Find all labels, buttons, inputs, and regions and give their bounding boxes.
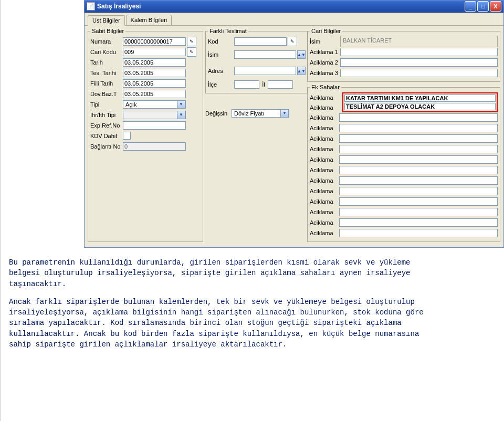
ek-aciklama-input-13[interactable]	[339, 218, 498, 227]
ek-aciklama-input-9[interactable]	[339, 176, 498, 185]
kod-lookup-icon[interactable]: ✎	[288, 37, 297, 46]
ek-aciklama-label-13: Aciklama	[310, 219, 339, 226]
baglanti-label: Bağlantı No	[90, 143, 123, 150]
body-text: Bu parametrenin kullanıldığı durumlarda,…	[3, 248, 450, 350]
ek-aciklama-label-14: Aciklama	[310, 230, 339, 236]
window-title: Satış İrsaliyesi	[97, 3, 141, 10]
tarih-input[interactable]	[123, 58, 186, 67]
ek-aciklama-input-12[interactable]	[339, 208, 498, 216]
ek-aciklama-input-11[interactable]	[339, 197, 498, 206]
degissin-label: Değişsin	[205, 110, 232, 117]
paragraph-2: Ancak farklı siparişlerde bulunan kaleml…	[9, 297, 429, 350]
dov-baz-input[interactable]	[123, 90, 186, 98]
chevron-down-icon: ▼	[177, 111, 185, 119]
tab-ust-bilgiler[interactable]: Üst Bilgiler	[88, 15, 125, 26]
tes-tarihi-label: Tes. Tarihi	[90, 70, 123, 76]
ek-aciklama-input-4[interactable]	[339, 124, 498, 132]
ek-aciklama-input-2[interactable]	[344, 103, 496, 110]
tabstrip: Üst Bilgiler Kalem Bilgileri	[85, 13, 503, 26]
tipi-label: Tipi	[90, 101, 123, 108]
ek-aciklama-label-7: Aciklama	[310, 156, 339, 163]
ek-aciklama-label-4: Aciklama	[310, 125, 339, 131]
ek-aciklama-label-1: Aciklama	[310, 94, 340, 101]
isim-label: İsim	[208, 51, 234, 58]
ek-aciklama-input-1[interactable]	[344, 94, 496, 102]
cari-aciklama3-label: Aciklama 3	[310, 70, 340, 76]
ek-aciklama-input-14[interactable]	[339, 229, 498, 237]
paragraph-1: Bu parametrenin kullanıldığı durumlarda,…	[9, 257, 429, 289]
degissin-value: Döviz Fiyatı	[233, 110, 280, 117]
ek-aciklama-label-9: Aciklama	[310, 177, 339, 184]
baglanti-input	[123, 142, 186, 151]
farkli-teslimat-fieldset: Farklı Teslimat Kod ✎ İsim ▲▼ Adres ▲▼	[205, 28, 308, 93]
adres-input[interactable]	[234, 67, 296, 75]
ek-aciklama-label-5: Aciklama	[310, 135, 339, 142]
tab-kalem-bilgileri[interactable]: Kalem Bilgileri	[126, 15, 172, 25]
cari-aciklama1-label: Aciklama 1	[310, 49, 340, 55]
ihr-ith-select: ▼	[123, 111, 186, 119]
il-input[interactable]	[268, 80, 293, 89]
fiili-tarih-label: Fiili Tarih	[90, 80, 123, 87]
cari-kodu-label: Cari Kodu	[90, 49, 123, 55]
tarih-label: Tarih	[90, 59, 123, 66]
isim-input[interactable]	[234, 50, 296, 59]
ilce-input[interactable]	[234, 80, 259, 89]
cari-kodu-input[interactable]	[123, 48, 186, 56]
dov-baz-label: Dov.Baz.T	[90, 91, 123, 97]
cari-aciklama2-input[interactable]	[340, 58, 498, 67]
fiili-tarih-input[interactable]	[123, 79, 186, 88]
isim-spinner-icon[interactable]: ▲▼	[297, 50, 306, 59]
tes-tarihi-input[interactable]	[123, 69, 186, 77]
titlebar: 📄 Satış İrsaliyesi _ □ X	[85, 1, 503, 13]
cari-aciklama2-label: Aciklama 2	[310, 59, 340, 66]
kod-input[interactable]	[234, 37, 287, 46]
ek-aciklama-label-11: Aciklama	[310, 198, 339, 205]
ek-aciklama-input-3[interactable]	[339, 113, 498, 122]
ek-aciklama-input-7[interactable]	[339, 155, 498, 164]
maximize-button[interactable]: □	[477, 1, 489, 12]
ek-aciklama-label-8: Aciklama	[310, 167, 339, 173]
sabit-legend: Sabit Bilgiler	[90, 28, 125, 34]
exp-ref-input[interactable]	[123, 121, 186, 130]
ek-aciklama-label-2: Aciklama	[310, 104, 340, 111]
cari-legend: Cari Bilgiler	[310, 28, 342, 34]
cari-isim-display: BALKAN TİCARET	[340, 36, 498, 47]
adres-label: Adres	[208, 68, 234, 74]
ek-aciklama-label-12: Aciklama	[310, 209, 339, 215]
kod-label: Kod	[208, 38, 234, 45]
ek-aciklama-label-6: Aciklama	[310, 146, 339, 152]
minimize-button[interactable]: _	[465, 1, 476, 12]
numara-label: Numara	[90, 38, 123, 45]
kdv-dahil-label: KDV Dahil	[90, 133, 123, 139]
ihr-ith-label: İhr/İth Tipi	[90, 112, 123, 118]
close-button[interactable]: X	[490, 1, 501, 12]
numara-input[interactable]	[123, 37, 186, 46]
ek-sahalar-fieldset: Ek Sahalar Aciklama Aciklama Aciklama Ac…	[307, 84, 500, 242]
app-window: 📄 Satış İrsaliyesi _ □ X Üst Bilgiler Ka…	[84, 0, 504, 248]
kdv-dahil-checkbox[interactable]	[123, 132, 131, 140]
ek-aciklama-input-6[interactable]	[339, 145, 498, 153]
adres-spinner-icon[interactable]: ▲▼	[297, 67, 306, 75]
degissin-select[interactable]: Döviz Fiyatı ▼	[232, 109, 289, 118]
ek-aciklama-input-10[interactable]	[339, 187, 498, 195]
ek-legend: Ek Sahalar	[310, 84, 341, 90]
numara-lookup-icon[interactable]: ✎	[187, 37, 196, 46]
ek-aciklama-label-3: Aciklama	[310, 114, 339, 121]
cari-aciklama3-input[interactable]	[340, 69, 498, 77]
ek-aciklama-input-8[interactable]	[339, 166, 498, 174]
cari-bilgiler-fieldset: Cari Bilgiler İsim BALKAN TİCARET Acikla…	[307, 28, 500, 82]
exp-ref-label: Exp.Ref.No	[90, 122, 123, 129]
il-label: İl	[259, 81, 268, 88]
cari-kodu-lookup-icon[interactable]: ✎	[187, 47, 196, 57]
ek-aciklama-label-10: Aciklama	[310, 188, 339, 194]
farkli-legend: Farklı Teslimat	[208, 28, 248, 34]
tipi-select[interactable]: Açık ▼	[123, 100, 186, 109]
cari-aciklama1-input[interactable]	[340, 48, 498, 56]
cari-isim-label: İsim	[310, 38, 340, 45]
ek-aciklama-input-5[interactable]	[339, 134, 498, 143]
app-icon: 📄	[87, 2, 95, 10]
sabit-bilgiler-fieldset: Sabit Bilgiler Numara ✎ Cari Kodu ✎ Tari…	[88, 28, 203, 242]
ilce-label: İlçe	[208, 81, 234, 88]
chevron-down-icon: ▼	[177, 100, 185, 109]
chevron-down-icon: ▼	[280, 109, 289, 118]
